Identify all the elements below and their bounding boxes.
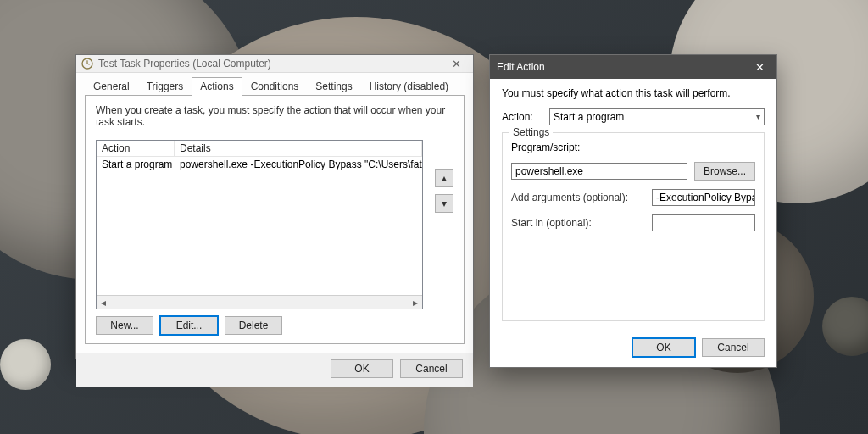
chevron-down-icon: ▾ <box>756 112 760 121</box>
action-select-value: Start a program <box>554 111 624 123</box>
action-select[interactable]: Start a program ▾ <box>549 108 765 125</box>
close-button[interactable]: ✕ <box>444 55 468 72</box>
scroll-right-icon[interactable]: ▸ <box>409 296 422 309</box>
task-properties-window: Test Task Properties (Local Computer) ✕ … <box>75 54 474 359</box>
action-label: Action: <box>502 111 542 123</box>
actions-hint: When you create a task, you must specify… <box>96 104 453 128</box>
arguments-label: Add arguments (optional): <box>511 192 630 203</box>
tab-general[interactable]: General <box>85 77 138 96</box>
tabstrip: General Triggers Actions Conditions Sett… <box>76 73 473 95</box>
settings-groupbox: Settings Program/script: powershell.exe … <box>502 132 765 321</box>
cancel-button[interactable]: Cancel <box>400 359 463 378</box>
cancel-button[interactable]: Cancel <box>702 338 765 357</box>
ok-button[interactable]: OK <box>331 359 393 378</box>
chevron-up-icon: ▴ <box>442 172 447 184</box>
tab-history[interactable]: History (disabled) <box>361 77 457 96</box>
intro-text: You must specify what action this task w… <box>502 87 765 99</box>
column-details[interactable]: Details <box>175 141 422 156</box>
move-up-button[interactable]: ▴ <box>435 169 453 187</box>
horizontal-scrollbar[interactable]: ◂ ▸ <box>97 295 422 309</box>
wallpaper-pebble <box>0 339 51 390</box>
list-row[interactable]: Start a program powershell.exe -Executio… <box>97 157 422 172</box>
cell-action: Start a program <box>97 158 175 171</box>
browse-button[interactable]: Browse... <box>694 162 755 181</box>
settings-legend: Settings <box>509 126 553 138</box>
listview-body: Start a program powershell.exe -Executio… <box>97 157 422 295</box>
titlebar[interactable]: Edit Action ✕ <box>490 55 776 79</box>
arguments-input[interactable]: -ExecutionPolicy Bypass <box>652 189 755 206</box>
column-action[interactable]: Action <box>97 141 175 156</box>
startin-row: Start in (optional): <box>511 214 755 231</box>
tab-conditions[interactable]: Conditions <box>242 77 308 96</box>
move-down-button[interactable]: ▾ <box>435 194 453 213</box>
scroll-left-icon[interactable]: ◂ <box>97 296 110 309</box>
program-row: powershell.exe Browse... <box>511 162 755 181</box>
svg-line-2 <box>87 64 90 64</box>
window-title: Test Task Properties (Local Computer) <box>98 58 444 70</box>
tab-settings[interactable]: Settings <box>307 77 360 96</box>
tab-triggers[interactable]: Triggers <box>138 77 192 96</box>
edit-button[interactable]: Edit... <box>160 316 218 335</box>
actions-listwrap: Action Details Start a program powershel… <box>96 140 453 309</box>
tab-panel-actions: When you create a task, you must specify… <box>85 95 465 344</box>
action-row: Action: Start a program ▾ <box>502 108 765 125</box>
program-label: Program/script: <box>511 142 755 153</box>
close-icon: ✕ <box>755 62 765 73</box>
action-buttons: New... Edit... Delete <box>96 316 453 335</box>
arguments-value: -ExecutionPolicy Bypass <box>656 192 755 203</box>
listview-header: Action Details <box>97 141 422 157</box>
startin-input[interactable] <box>652 214 755 231</box>
dialog-footer: OK Cancel <box>76 353 473 387</box>
chevron-down-icon: ▾ <box>442 198 447 209</box>
edit-action-body: You must specify what action this task w… <box>490 79 776 330</box>
ok-button[interactable]: OK <box>632 338 695 357</box>
task-scheduler-icon <box>81 58 93 70</box>
cell-details: powershell.exe -ExecutionPolicy Bypass "… <box>175 158 422 171</box>
order-buttons: ▴ ▾ <box>435 169 453 213</box>
new-button[interactable]: New... <box>96 316 153 335</box>
startin-label: Start in (optional): <box>511 217 630 229</box>
tab-actions[interactable]: Actions <box>192 77 242 96</box>
close-icon: ✕ <box>452 58 461 70</box>
titlebar[interactable]: Test Task Properties (Local Computer) ✕ <box>76 55 473 73</box>
actions-listview[interactable]: Action Details Start a program powershel… <box>96 140 423 309</box>
arguments-row: Add arguments (optional): -ExecutionPoli… <box>511 189 755 206</box>
delete-button[interactable]: Delete <box>225 316 282 335</box>
program-input-value: powershell.exe <box>515 165 583 177</box>
program-input[interactable]: powershell.exe <box>511 163 687 180</box>
window-title: Edit Action <box>497 61 743 73</box>
edit-action-window: Edit Action ✕ You must specify what acti… <box>489 54 777 368</box>
close-button[interactable]: ✕ <box>743 55 776 79</box>
dialog-footer: OK Cancel <box>490 330 776 367</box>
wallpaper-pebble <box>822 297 868 356</box>
